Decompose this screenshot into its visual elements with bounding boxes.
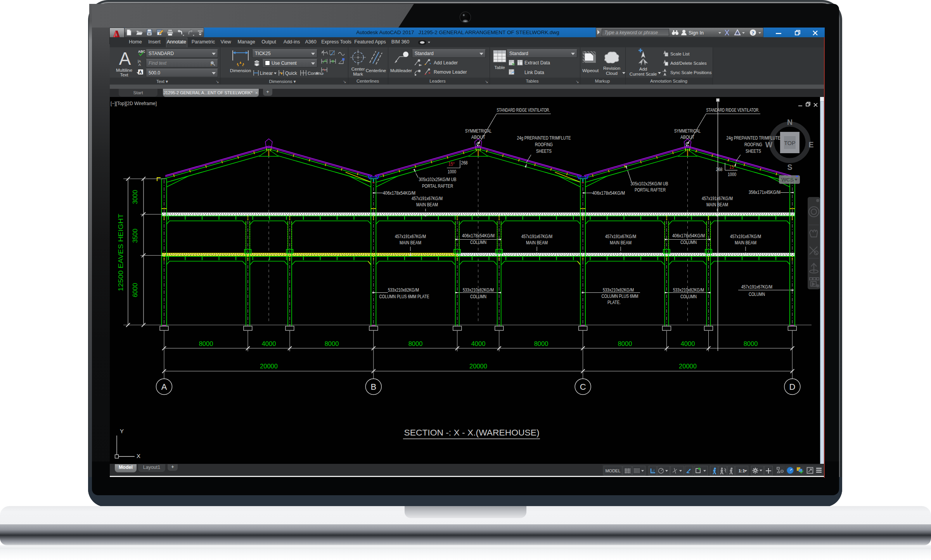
svg-text:457x191x67KG/M: 457x191x67KG/M: [702, 195, 733, 201]
svg-text:COLUMN: COLUMN: [470, 239, 486, 245]
svg-text:457x191x67KG/M: 457x191x67KG/M: [412, 195, 443, 201]
svg-text:A: A: [139, 70, 142, 74]
svg-text:COLUMN: COLUMN: [470, 294, 486, 299]
svg-text:6000: 6000: [132, 283, 138, 297]
svg-text:PORTAL RAFTER: PORTAL RAFTER: [635, 187, 666, 193]
svg-text:SYMMETRICAL: SYMMETRICAL: [674, 128, 701, 134]
svg-text:15°: 15°: [729, 164, 735, 170]
svg-text:305x102x25KG/M UB: 305x102x25KG/M UB: [419, 176, 457, 182]
svg-text:COLUMN PLUS 6MM PLATE: COLUMN PLUS 6MM PLATE: [379, 294, 429, 299]
svg-text:Add Leader: Add Leader: [434, 60, 458, 66]
svg-text:8000: 8000: [199, 340, 213, 347]
svg-text:8000: 8000: [408, 340, 423, 347]
svg-text:Y: Y: [120, 428, 124, 434]
svg-text:Ȼ: Ȼ: [685, 141, 689, 147]
svg-text:1000: 1000: [448, 169, 456, 175]
svg-text:533x210x82KG/M: 533x210x82KG/M: [388, 287, 419, 293]
svg-text:457x191x67KG/M: 457x191x67KG/M: [730, 233, 761, 239]
svg-text:COLUMN: COLUMN: [749, 291, 765, 297]
svg-text:Add/Delete Scales: Add/Delete Scales: [670, 61, 707, 66]
svg-text:457x191x67KG/M: 457x191x67KG/M: [605, 233, 636, 239]
svg-text:Link Data: Link Data: [524, 70, 544, 75]
svg-text:MAIN BEAM: MAIN BEAM: [400, 240, 421, 245]
svg-text:Linear: Linear: [260, 71, 273, 76]
svg-text:N: N: [787, 118, 793, 126]
svg-text:PLATE.: PLATE.: [607, 299, 621, 305]
svg-text:3500: 3500: [132, 229, 138, 243]
svg-text:[−][Top][2D Wireframe]: [−][Top][2D Wireframe]: [111, 101, 157, 106]
svg-text:406x178x54KG/M: 406x178x54KG/M: [672, 233, 705, 239]
svg-text:268: 268: [716, 166, 723, 172]
svg-text:COLUMN PLUS 6MM: COLUMN PLUS 6MM: [602, 293, 639, 299]
svg-text:457x191x67KG/M: 457x191x67KG/M: [521, 233, 552, 239]
svg-text:20000: 20000: [260, 363, 278, 370]
svg-text:SHEETS: SHEETS: [536, 148, 552, 154]
svg-text:SYMMETRICAL: SYMMETRICAL: [465, 128, 491, 134]
svg-text:C: C: [580, 382, 586, 392]
svg-text:8000: 8000: [744, 340, 758, 347]
svg-text:457x191x67KG/M: 457x191x67KG/M: [395, 233, 426, 239]
svg-text:1000: 1000: [728, 171, 736, 177]
svg-text:MAIN BEAM: MAIN BEAM: [706, 202, 728, 207]
svg-text:20000: 20000: [679, 363, 697, 370]
svg-text:533x210x82KG/M: 533x210x82KG/M: [603, 287, 634, 293]
svg-text:MAIN BEAM: MAIN BEAM: [526, 240, 548, 245]
svg-text:533x210x82KG/M: 533x210x82KG/M: [673, 287, 704, 293]
svg-text:D: D: [789, 382, 795, 392]
svg-text:STANDARD RIDGE VENTILATOR.: STANDARD RIDGE VENTILATOR.: [706, 107, 760, 113]
svg-text:ABOUT: ABOUT: [680, 134, 694, 140]
svg-text:406x178x54KG/M: 406x178x54KG/M: [592, 190, 625, 196]
svg-text:S: S: [787, 163, 792, 171]
svg-text:24g PREPAINTED TRIMFLUTE: 24g PREPAINTED TRIMFLUTE: [727, 135, 780, 141]
svg-text:Sign In: Sign In: [689, 30, 704, 36]
svg-text:PORTAL RAFTER: PORTAL RAFTER: [422, 183, 453, 189]
svg-text:A: A: [161, 382, 167, 392]
svg-text:B: B: [370, 382, 376, 392]
svg-text:406x178x54KG/M: 406x178x54KG/M: [383, 190, 415, 196]
svg-text:E: E: [808, 140, 813, 149]
svg-text:MAIN BEAM: MAIN BEAM: [735, 240, 756, 245]
svg-text:WCS: WCS: [781, 177, 794, 183]
svg-text:?: ?: [752, 30, 754, 36]
svg-text:305x102x25KG/M UB: 305x102x25KG/M UB: [631, 181, 668, 187]
svg-text:MAIN BEAM: MAIN BEAM: [610, 240, 632, 245]
svg-text:ABOUT: ABOUT: [471, 134, 485, 140]
svg-text:Quick: Quick: [285, 71, 298, 76]
svg-text:MAIN BEAM: MAIN BEAM: [416, 202, 438, 207]
svg-text:457x191x67KG/M: 457x191x67KG/M: [741, 284, 772, 290]
svg-text:8000: 8000: [618, 340, 632, 347]
svg-text:Sync Scale Positions: Sync Scale Positions: [670, 70, 712, 75]
svg-text:W: W: [765, 140, 773, 149]
svg-text:3000: 3000: [132, 190, 138, 204]
svg-text:X: X: [137, 453, 140, 459]
svg-text:TOP: TOP: [784, 140, 796, 146]
svg-text:Extract Data: Extract Data: [524, 60, 550, 66]
svg-text:ABC: ABC: [138, 50, 145, 54]
svg-text:COLUMN: COLUMN: [680, 294, 697, 299]
svg-text:356x171x45KG/M: 356x171x45KG/M: [749, 189, 780, 195]
svg-text:20000: 20000: [469, 363, 487, 370]
svg-text:15°: 15°: [448, 161, 455, 167]
svg-text:4000: 4000: [262, 340, 276, 347]
svg-text:ROOFING: ROOFING: [535, 142, 553, 147]
svg-text:SECTION -: X - X.(WAREHOUSE): SECTION -: X - X.(WAREHOUSE): [404, 428, 540, 437]
svg-text:24g PREPAINTED TRIMFLUTE: 24g PREPAINTED TRIMFLUTE: [517, 135, 571, 141]
svg-text:SHEETS: SHEETS: [746, 148, 761, 154]
svg-text:4000: 4000: [681, 340, 695, 347]
svg-text:Ȼ: Ȼ: [476, 141, 480, 147]
svg-text:406x178x54KG/M: 406x178x54KG/M: [462, 233, 495, 239]
svg-text:ROOFING: ROOFING: [744, 142, 762, 147]
svg-text:12500 EAVES HEIGHT: 12500 EAVES HEIGHT: [117, 214, 124, 291]
svg-text:8000: 8000: [325, 340, 339, 347]
svg-text:A: A: [138, 63, 141, 67]
svg-text:4000: 4000: [471, 340, 486, 347]
svg-text:268: 268: [461, 160, 468, 166]
svg-text:STANDARD RIDGE VENTILATOR.: STANDARD RIDGE VENTILATOR.: [497, 107, 550, 113]
svg-text:COLUMN: COLUMN: [680, 239, 697, 245]
svg-text:8000: 8000: [534, 340, 549, 347]
svg-text:533x210x82KG/M: 533x210x82KG/M: [463, 287, 494, 293]
svg-text:Remove Leader: Remove Leader: [434, 69, 467, 75]
svg-text:Scale List: Scale List: [670, 52, 690, 56]
